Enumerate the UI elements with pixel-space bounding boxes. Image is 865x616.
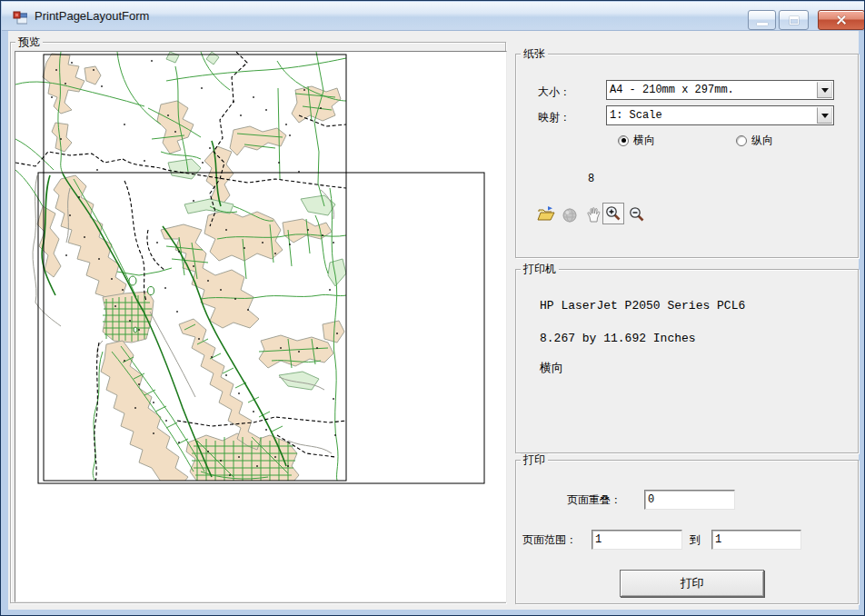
app-icon <box>13 11 27 25</box>
range-label: 页面范围： <box>522 533 577 546</box>
radio-portrait[interactable]: 纵向 <box>736 133 773 148</box>
open-file-button[interactable] <box>536 204 556 223</box>
window-title: PrintPageLayoutForm <box>35 2 149 31</box>
page-count-label: 8 <box>588 173 594 185</box>
window: PrintPageLayoutForm 预览 <box>0 0 865 616</box>
maximize-button[interactable] <box>779 10 809 30</box>
maximize-icon <box>790 16 799 25</box>
radio-landscape[interactable]: 横向 <box>618 133 655 148</box>
radio-portrait-label: 纵向 <box>751 133 773 148</box>
map-svg <box>15 52 506 601</box>
zoom-out-icon <box>629 206 645 223</box>
preview-group-label: 预览 <box>15 35 43 48</box>
full-extent-button[interactable] <box>562 207 578 223</box>
preview-group: 预览 <box>10 42 506 603</box>
printer-orientation: 横向 <box>540 362 563 374</box>
print-button[interactable]: 打印 <box>620 570 764 597</box>
pan-hand-icon <box>586 206 602 223</box>
paper-group: 纸张 大小： A4 - 210mm x 297mm. 映射： 1: Scale … <box>515 54 859 258</box>
range-to-label: 到 <box>690 533 701 546</box>
title-bar[interactable]: PrintPageLayoutForm <box>2 2 864 31</box>
mapping-value: 1: Scale <box>610 109 662 122</box>
radio-portrait-circle-icon <box>736 135 747 146</box>
minimize-button[interactable] <box>748 10 776 30</box>
mapping-combobox[interactable]: 1: Scale <box>606 105 834 125</box>
printer-group-label: 打印机 <box>521 263 559 275</box>
print-group-label: 打印 <box>521 453 548 466</box>
zoom-in-button[interactable] <box>602 203 624 224</box>
size-label: 大小： <box>538 85 571 98</box>
client-area: 预览 <box>8 31 859 610</box>
mapping-combo-chevron-down-icon[interactable] <box>817 107 832 124</box>
mapping-label: 映射： <box>538 111 571 124</box>
close-button[interactable] <box>818 10 865 30</box>
printer-group: 打印机 HP LaserJet P2050 Series PCL6 8.267 … <box>515 269 859 453</box>
print-group: 打印 页面重叠： 页面范围： 到 打印 <box>515 460 859 604</box>
overlap-input[interactable] <box>644 490 735 510</box>
overlap-label: 页面重叠： <box>567 493 621 506</box>
globe-icon <box>562 208 577 223</box>
size-value: A4 - 210mm x 297mm. <box>610 84 734 96</box>
close-icon <box>835 14 848 26</box>
pan-button[interactable] <box>585 205 603 223</box>
range-from-input[interactable] <box>592 530 682 550</box>
printer-paper-size: 8.267 by 11.692 Inches <box>540 333 696 345</box>
size-combobox[interactable]: A4 - 210mm x 297mm. <box>606 80 834 100</box>
zoom-out-button[interactable] <box>628 205 646 223</box>
printer-name: HP LaserJet P2050 Series PCL6 <box>540 300 745 313</box>
paper-group-label: 纸张 <box>521 47 548 60</box>
open-folder-icon <box>537 205 555 222</box>
map-preview-panel[interactable] <box>15 51 507 602</box>
range-to-input[interactable] <box>711 530 801 550</box>
radio-landscape-circle-icon <box>618 135 629 146</box>
size-combo-chevron-down-icon[interactable] <box>817 82 832 98</box>
radio-landscape-label: 横向 <box>633 133 655 148</box>
minimize-icon <box>757 23 768 25</box>
zoom-in-icon <box>605 205 621 222</box>
print-button-label: 打印 <box>681 575 704 591</box>
